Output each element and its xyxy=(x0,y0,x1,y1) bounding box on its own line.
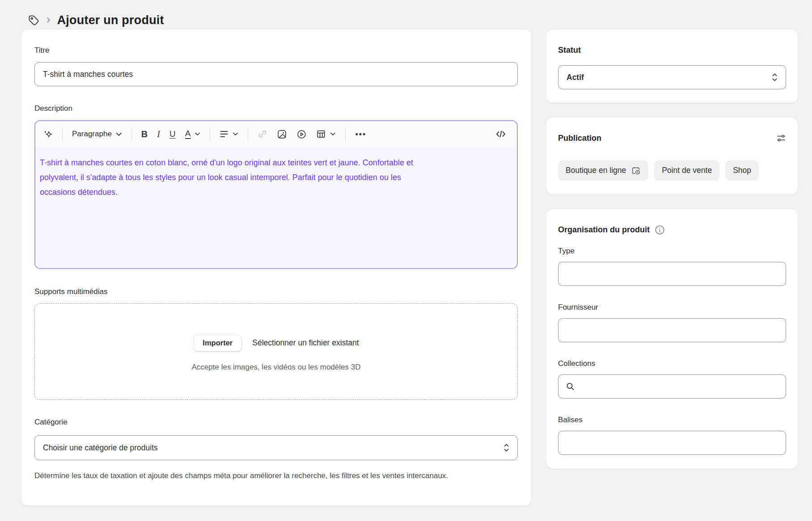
select-updown-icon xyxy=(771,72,778,83)
italic-icon: I xyxy=(157,129,160,139)
description-text: T-shirt à manches courtes en coton blanc… xyxy=(40,155,424,200)
media-label: Supports multimédias xyxy=(34,287,518,297)
bold-button[interactable]: B xyxy=(141,129,148,139)
toolbar-divider xyxy=(345,127,346,141)
insert-link-button[interactable] xyxy=(258,129,267,139)
description-textarea[interactable]: T-shirt à manches courtes en coton blanc… xyxy=(35,147,517,268)
link-icon xyxy=(258,129,267,139)
status-select[interactable]: Actif xyxy=(558,65,786,89)
toolbar-divider xyxy=(62,127,63,141)
toolbar-divider xyxy=(210,127,210,141)
rich-text-editor: Paragraphe B I U A xyxy=(34,120,518,269)
select-existing-file-link[interactable]: Sélectionner un fichier existant xyxy=(252,338,359,348)
channel-chip-online-store[interactable]: Boutique en ligne xyxy=(558,160,648,181)
page-title: Ajouter un produit xyxy=(57,13,164,27)
title-label: Titre xyxy=(34,46,518,55)
import-button[interactable]: Importer xyxy=(193,335,242,352)
align-left-icon xyxy=(220,130,228,138)
insert-video-button[interactable] xyxy=(296,129,307,139)
product-tag-icon[interactable] xyxy=(28,14,40,26)
category-select-value: Choisir une catégorie de produits xyxy=(43,443,158,453)
underline-button[interactable]: U xyxy=(169,129,176,139)
italic-button[interactable]: I xyxy=(157,129,160,139)
type-label: Type xyxy=(558,246,786,256)
channel-chip-pos[interactable]: Point de vente xyxy=(654,160,719,181)
magic-sparkle-icon xyxy=(42,129,53,139)
text-color-icon: A xyxy=(185,129,191,139)
more-dots-icon: ••• xyxy=(355,130,366,139)
search-icon xyxy=(566,382,575,391)
table-icon xyxy=(316,129,326,139)
status-title: Statut xyxy=(558,45,786,55)
status-select-value: Actif xyxy=(567,73,584,82)
bold-icon: B xyxy=(141,129,148,139)
sidebar: Statut Actif Publication xyxy=(546,29,798,469)
chevron-down-icon xyxy=(195,132,200,136)
category-label: Catégorie xyxy=(34,417,518,427)
channel-chip-shop[interactable]: Shop xyxy=(725,160,759,181)
editor-toolbar: Paragraphe B I U A xyxy=(35,121,517,147)
status-card: Statut Actif xyxy=(546,29,798,103)
breadcrumb-separator: › xyxy=(47,13,51,27)
breadcrumb: › Ajouter un produit xyxy=(0,0,812,29)
code-icon xyxy=(495,130,506,139)
publication-settings-button[interactable] xyxy=(776,133,786,143)
more-options-button[interactable]: ••• xyxy=(355,130,366,139)
product-form-card: Titre Description Paragraphe B I xyxy=(21,29,531,506)
publication-card: Publication Boutique en ligne xyxy=(546,118,798,194)
category-select[interactable]: Choisir une catégorie de produits xyxy=(34,435,518,460)
select-updown-icon xyxy=(503,443,510,453)
calendar-clock-icon xyxy=(631,166,641,176)
description-label: Description xyxy=(34,104,518,113)
channel-label: Shop xyxy=(733,166,751,175)
paragraph-style-label: Paragraphe xyxy=(72,130,112,139)
chevron-down-icon xyxy=(116,132,122,136)
play-video-icon xyxy=(296,129,307,139)
chevron-down-icon xyxy=(233,132,238,136)
info-icon[interactable] xyxy=(655,225,665,235)
toolbar-divider xyxy=(248,127,248,141)
insert-table-button[interactable] xyxy=(316,129,336,139)
text-align-button[interactable] xyxy=(220,130,238,138)
channel-label: Boutique en ligne xyxy=(566,166,626,175)
publication-title: Publication xyxy=(558,133,601,143)
tags-label: Balises xyxy=(558,415,786,425)
organization-title: Organisation du produit xyxy=(558,224,650,235)
insert-image-button[interactable] xyxy=(277,129,287,139)
product-organization-card: Organisation du produit Type Fournisseur xyxy=(546,209,798,469)
sales-channels: Boutique en ligne Point de vente Shop xyxy=(558,160,786,181)
type-input[interactable] xyxy=(558,262,786,286)
text-color-button[interactable]: A xyxy=(185,129,201,139)
vendor-label: Fournisseur xyxy=(558,302,786,313)
collections-label: Collections xyxy=(558,358,786,369)
chevron-down-icon xyxy=(330,132,336,136)
collections-input[interactable] xyxy=(558,374,786,399)
adjustments-icon xyxy=(776,133,786,143)
image-icon xyxy=(277,129,287,139)
underline-icon: U xyxy=(169,129,176,139)
code-view-button[interactable] xyxy=(495,130,506,139)
media-dropzone[interactable]: Importer Sélectionner un fichier existan… xyxy=(34,303,518,400)
tags-input[interactable] xyxy=(558,431,786,455)
media-hint: Accepte les images, les vidéos ou les mo… xyxy=(192,363,361,372)
magic-ai-button[interactable] xyxy=(42,129,53,139)
paragraph-style-button[interactable]: Paragraphe xyxy=(72,130,122,139)
title-input[interactable] xyxy=(34,62,518,86)
category-help-text: Détermine les taux de taxation et ajoute… xyxy=(34,470,513,482)
toolbar-divider xyxy=(131,127,132,141)
channel-label: Point de vente xyxy=(662,166,712,175)
vendor-input[interactable] xyxy=(558,318,786,342)
